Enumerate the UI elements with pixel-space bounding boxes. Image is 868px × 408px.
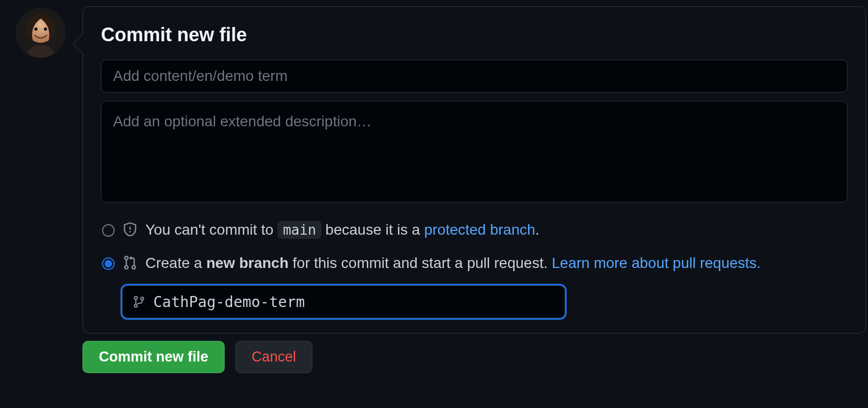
- git-pull-request-icon: [122, 255, 138, 271]
- svg-point-2: [34, 27, 38, 31]
- git-branch-icon: [133, 295, 145, 308]
- option-commit-main[interactable]: You can't commit to main because it is a…: [102, 219, 847, 241]
- svg-point-6: [125, 256, 128, 259]
- svg-point-11: [141, 297, 143, 300]
- radio-main-unchecked[interactable]: [102, 224, 115, 237]
- svg-point-8: [132, 265, 135, 268]
- new-branch-text: Create a new branch for this commit and …: [145, 253, 761, 274]
- svg-point-3: [44, 27, 47, 31]
- branch-name-wrap: [122, 285, 565, 318]
- action-bar: Commit new file Cancel: [82, 341, 312, 373]
- option-new-branch[interactable]: Create a new branch for this commit and …: [102, 253, 847, 274]
- branch-code-label: main: [278, 221, 321, 239]
- cancel-button[interactable]: Cancel: [235, 341, 312, 373]
- page-title: Commit new file: [101, 24, 847, 46]
- avatar[interactable]: [16, 8, 66, 58]
- learn-more-pr-link[interactable]: Learn more about pull requests.: [552, 255, 761, 271]
- commit-description-input[interactable]: [101, 101, 847, 202]
- commit-button[interactable]: Commit new file: [82, 341, 225, 373]
- protected-branch-text: You can't commit to main because it is a…: [145, 219, 539, 241]
- protected-branch-link[interactable]: protected branch: [424, 221, 535, 238]
- commit-box: Commit new file You can't commit to main…: [82, 6, 866, 333]
- svg-point-5: [130, 231, 131, 233]
- svg-point-9: [134, 296, 137, 299]
- shield-icon: [122, 221, 138, 237]
- branch-name-input[interactable]: [122, 285, 565, 318]
- commit-summary-input[interactable]: [101, 60, 847, 92]
- svg-point-10: [134, 304, 137, 307]
- radio-new-branch-checked[interactable]: [102, 257, 115, 270]
- svg-point-7: [125, 265, 128, 268]
